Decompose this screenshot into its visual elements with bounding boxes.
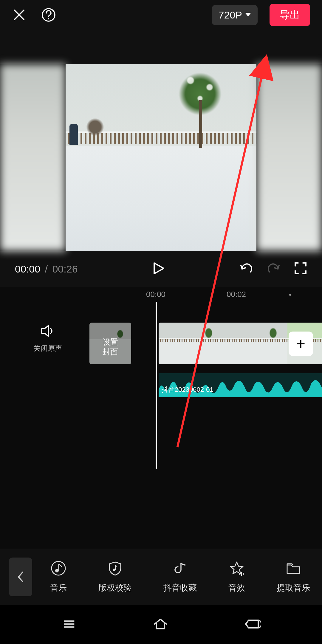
export-button[interactable]: 导出 — [270, 4, 310, 26]
toolbar-item-sound-fx[interactable]: 音效 — [228, 560, 245, 594]
audio-clip[interactable]: 抖音20230602-01 — [159, 373, 322, 397]
toolbar-label: 抖音收藏 — [163, 582, 197, 594]
redo-icon[interactable] — [267, 261, 281, 277]
ruler-dot — [289, 294, 291, 296]
mute-original-audio[interactable]: 关闭原声 — [30, 323, 66, 353]
bottom-toolbar: 音乐 版权校验 抖音收藏 音效 — [0, 549, 322, 605]
ruler-tick-0: 00:00 — [146, 290, 165, 299]
folder-icon — [285, 560, 301, 578]
play-icon[interactable] — [151, 261, 166, 277]
svg-point-8 — [55, 569, 59, 572]
total-duration: 00:26 — [52, 263, 78, 275]
ruler-tick-1: 00:02 — [227, 290, 246, 299]
add-clip-button[interactable]: + — [289, 332, 313, 356]
fullscreen-icon[interactable] — [294, 262, 307, 276]
toolbar-item-extract-music[interactable]: 提取音乐 — [277, 560, 310, 594]
current-time: 00:00 — [15, 263, 40, 275]
sys-menu-icon[interactable] — [61, 616, 78, 634]
playhead[interactable] — [156, 302, 157, 469]
speaker-icon — [39, 335, 56, 340]
audio-clip-name: 抖音20230602-01 — [162, 385, 213, 394]
shield-icon — [107, 560, 123, 578]
resolution-label: 720P — [219, 9, 242, 21]
time-ruler: 00:00 00:02 — [0, 290, 322, 302]
playback-controls: 00:00 / 00:26 — [0, 251, 322, 287]
time-separator: / — [45, 263, 48, 275]
svg-marker-4 — [245, 13, 251, 16]
toolbar-item-douyin-fav[interactable]: 抖音收藏 — [163, 560, 197, 594]
toolbar-item-copyright[interactable]: 版权校验 — [98, 560, 132, 594]
toolbar-label: 音效 — [228, 582, 245, 594]
toolbar-item-music[interactable]: 音乐 — [50, 560, 67, 594]
cover-label: 设置 封面 — [103, 337, 118, 357]
time-display: 00:00 / 00:26 — [15, 263, 78, 275]
undo-icon[interactable] — [239, 261, 253, 277]
preview-area — [0, 30, 322, 251]
toolbar-label: 提取音乐 — [277, 582, 310, 594]
sys-back-icon[interactable] — [243, 617, 261, 633]
video-track: 关闭原声 设置 封面 + — [0, 323, 322, 367]
mute-label: 关闭原声 — [30, 343, 66, 353]
toolbar-back-button[interactable] — [9, 558, 32, 596]
timeline[interactable]: 00:00 00:02 关闭原声 设置 封面 + — [0, 287, 322, 549]
resolution-button[interactable]: 720P — [212, 5, 258, 25]
svg-point-3 — [48, 18, 49, 19]
close-icon[interactable] — [12, 8, 26, 22]
top-bar: 720P 导出 — [0, 0, 322, 30]
svg-marker-6 — [42, 326, 48, 336]
toolbar-label: 音乐 — [50, 582, 67, 594]
help-icon[interactable] — [41, 7, 56, 22]
music-note-icon — [50, 560, 66, 578]
chevron-down-icon — [245, 13, 251, 17]
douyin-icon — [172, 560, 188, 578]
set-cover-button[interactable]: 设置 封面 — [89, 323, 131, 364]
video-preview[interactable] — [0, 64, 322, 251]
star-icon — [229, 560, 245, 578]
sys-home-icon[interactable] — [151, 615, 169, 634]
system-nav-bar — [0, 605, 322, 644]
toolbar-label: 版权校验 — [98, 582, 132, 594]
svg-marker-5 — [154, 263, 164, 274]
